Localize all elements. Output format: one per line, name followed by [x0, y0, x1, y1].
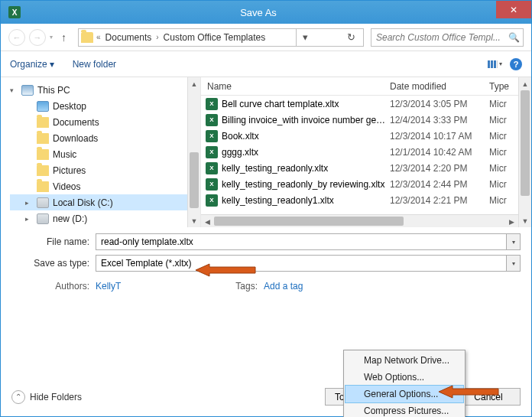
tree-item-desktop[interactable]: Desktop — [10, 98, 187, 114]
authors-value[interactable]: KellyT — [96, 281, 121, 292]
tree-item-music[interactable]: Music — [10, 146, 187, 162]
tree-item-this-pc[interactable]: ▾This PC — [10, 82, 187, 98]
excel-file-icon: X — [206, 162, 218, 174]
menu-item-compress-pictures[interactable]: Compress Pictures... — [345, 402, 463, 417]
search-box[interactable]: 🔍 — [371, 28, 524, 47]
close-button[interactable]: ✕ — [496, 1, 531, 18]
refresh-button[interactable]: ↻ — [342, 28, 361, 47]
column-name[interactable]: Name — [201, 81, 390, 92]
excel-file-icon: X — [206, 146, 218, 158]
hide-folders-button[interactable]: ⌃ Hide Folders — [11, 390, 82, 404]
menu-item-web-options[interactable]: Web Options... — [345, 369, 463, 386]
organize-label: Organize — [10, 59, 47, 70]
filename-input[interactable]: read-only template.xltx ▾ — [96, 233, 521, 250]
back-button[interactable]: ← — [8, 29, 25, 46]
tags-label: Tags: — [235, 281, 264, 292]
file-row[interactable]: Xkelly_testing_readonly.xltx12/3/2014 2:… — [201, 160, 518, 176]
file-row[interactable]: XBell curve chart template.xltx12/3/2014… — [201, 96, 518, 112]
drive-icon — [37, 213, 49, 224]
breadcrumb-templates[interactable]: Custom Office Templates — [162, 32, 268, 43]
forward-button[interactable]: → — [29, 29, 46, 46]
save-as-type-value: Excel Template (*.xltx) — [101, 258, 191, 269]
drive-icon — [37, 197, 49, 208]
view-options-button[interactable]: ▾ — [488, 60, 502, 68]
folder-icon — [81, 32, 93, 43]
file-row[interactable]: Xgggg.xltx12/1/2014 10:42 AMMicr — [201, 144, 518, 160]
scroll-down-icon[interactable]: ▼ — [188, 214, 200, 227]
up-button[interactable]: ↑ — [57, 31, 71, 44]
excel-file-icon: X — [206, 98, 218, 110]
tree-item-documents[interactable]: Documents — [10, 114, 187, 130]
scroll-thumb[interactable] — [190, 152, 199, 208]
expander-icon[interactable]: ▸ — [25, 215, 33, 223]
filename-label: File name: — [11, 236, 96, 247]
tree-item-label: new (D:) — [53, 213, 87, 224]
tree-item-label: Local Disk (C:) — [53, 197, 113, 208]
breadcrumb-documents[interactable]: Documents — [104, 32, 154, 43]
file-list-body[interactable]: XBell curve chart template.xltx12/3/2014… — [201, 96, 518, 214]
column-type[interactable]: Type — [489, 81, 518, 92]
chevron-icon: « — [96, 33, 101, 41]
column-date[interactable]: Date modified — [390, 81, 489, 92]
tree-item-downloads[interactable]: Downloads — [10, 130, 187, 146]
scroll-down-icon[interactable]: ▼ — [519, 214, 531, 227]
file-list-header: Name Date modified Type — [201, 77, 518, 96]
help-button[interactable]: ? — [510, 58, 522, 70]
excel-file-icon: X — [206, 114, 218, 126]
cancel-button[interactable]: Cancel — [456, 388, 521, 406]
nav-row: ← → ▾ ↑ « Documents › Custom Office Temp… — [1, 24, 531, 51]
address-dropdown[interactable]: ▾ — [296, 28, 314, 47]
scroll-left-icon[interactable]: ◀ — [201, 215, 214, 227]
file-type: Micr — [489, 115, 518, 125]
file-date: 12/4/2014 3:33 PM — [390, 115, 489, 125]
filename-dropdown[interactable]: ▾ — [506, 234, 520, 249]
menu-item-map-network-drive[interactable]: Map Network Drive... — [345, 352, 463, 369]
tree-item-local-disk-c-[interactable]: ▸Local Disk (C:) — [10, 194, 187, 210]
search-input[interactable] — [375, 31, 505, 44]
file-row[interactable]: Xkelly_testing_readonly1.xltx12/3/2014 2… — [201, 192, 518, 208]
tree-item-label: Documents — [53, 117, 99, 128]
tree-item-videos[interactable]: Videos — [10, 178, 187, 194]
tree-item-new-d-[interactable]: ▸new (D:) — [10, 210, 187, 226]
tags-value[interactable]: Add a tag — [264, 281, 303, 292]
excel-file-icon: X — [206, 194, 218, 207]
expander-icon[interactable]: ▸ — [25, 199, 33, 207]
toolbar: Organize ▾ New folder ▾ ? — [1, 51, 531, 77]
file-name: gggg.xltx — [222, 147, 390, 158]
file-date: 12/3/2014 2:44 PM — [390, 179, 489, 190]
file-list: Name Date modified Type XBell curve char… — [200, 77, 518, 227]
file-type: Micr — [489, 99, 518, 109]
tree-item-label: This PC — [37, 85, 70, 96]
scroll-thumb[interactable] — [214, 217, 404, 226]
type-dropdown[interactable]: ▾ — [506, 256, 520, 271]
hide-folders-label: Hide Folders — [30, 392, 82, 402]
scroll-up-icon[interactable]: ▲ — [188, 77, 200, 90]
scroll-up-icon[interactable]: ▲ — [519, 77, 531, 90]
file-name: kelly_testing_readonly.xltx — [222, 163, 390, 174]
menu-item-general-options[interactable]: General Options... — [345, 386, 463, 402]
save-as-type-input[interactable]: Excel Template (*.xltx) ▾ — [96, 255, 521, 272]
file-list-h-scrollbar[interactable]: ◀ ▶ — [201, 214, 518, 227]
expander-icon[interactable]: ▾ — [10, 86, 18, 94]
folder-icon — [37, 149, 49, 160]
file-list-v-scrollbar[interactable]: ▲ ▼ — [518, 77, 531, 227]
file-type: Micr — [489, 131, 518, 142]
organize-button[interactable]: Organize ▾ — [10, 59, 54, 70]
tree-scrollbar[interactable]: ▲ ▼ — [187, 77, 200, 227]
address-bar[interactable]: « Documents › Custom Office Templates ▾ … — [78, 28, 364, 47]
file-row[interactable]: XBook.xltx12/3/2014 10:17 AMMicr — [201, 128, 518, 144]
scroll-right-icon[interactable]: ▶ — [505, 215, 518, 227]
recent-dropdown[interactable]: ▾ — [50, 34, 53, 41]
scroll-thumb[interactable] — [521, 90, 530, 196]
tree-item-pictures[interactable]: Pictures — [10, 162, 187, 178]
file-row[interactable]: Xkelly_testing_readonly_by reviewing.xlt… — [201, 176, 518, 192]
file-row[interactable]: XBilling invoice_with invoice number gen… — [201, 112, 518, 128]
new-folder-button[interactable]: New folder — [73, 59, 116, 70]
file-type: Micr — [489, 179, 518, 190]
folder-icon — [37, 181, 49, 192]
tree-item-label: Videos — [53, 181, 80, 192]
pc-icon — [21, 85, 34, 96]
search-icon[interactable]: 🔍 — [508, 32, 520, 43]
folder-icon — [37, 133, 49, 144]
nav-tree[interactable]: ▾This PCDesktopDocumentsDownloadsMusicPi… — [1, 77, 187, 227]
